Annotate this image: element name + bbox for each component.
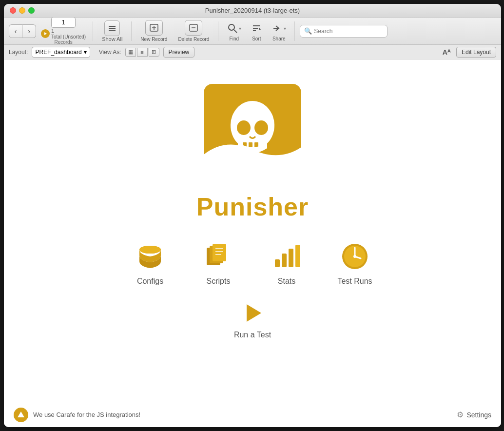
settings-icon: ⚙ (457, 410, 464, 419)
window-title: Punisher_20200914 (t3-large-ets) (205, 7, 300, 14)
run-test-label: Run a Test (234, 331, 271, 339)
scripts-icon (203, 241, 234, 272)
find-icon: ▾ (227, 20, 241, 36)
toolbar-divider-3 (218, 21, 218, 41)
view-icon-table[interactable]: ▦ (125, 48, 136, 57)
show-all-icon (104, 20, 120, 36)
preview-button[interactable]: Preview (163, 47, 195, 58)
edit-layout-label: Edit Layout (462, 49, 491, 56)
run-test-button[interactable]: Run a Test (234, 300, 271, 339)
delete-record-icon (185, 20, 202, 36)
delete-record-label: Delete Record (178, 37, 209, 42)
svg-point-22 (139, 246, 161, 254)
close-button[interactable] (10, 7, 16, 14)
svg-line-9 (234, 30, 237, 33)
svg-rect-25 (213, 244, 226, 261)
toolbar-divider-4 (294, 21, 295, 41)
carafe-text: We use Carafe for the JS integrations! (33, 411, 140, 418)
layout-label: Layout: (9, 49, 28, 56)
nav-forward-button[interactable]: › (22, 24, 36, 38)
layout-select-value: PREF_dashboard (35, 49, 81, 56)
svg-rect-29 (275, 259, 280, 267)
new-record-icon (145, 20, 163, 36)
toolbar: ‹ › 1 Total (Unsorted) Records Sh (4, 18, 501, 45)
svg-marker-38 (247, 304, 261, 322)
preview-label: Preview (169, 49, 190, 56)
search-input[interactable] (314, 28, 382, 35)
edit-layout-button[interactable]: Edit Layout (456, 47, 496, 58)
delete-record-button[interactable]: Delete Record (174, 19, 213, 43)
search-box: 🔍 (300, 25, 388, 38)
svg-rect-1 (109, 28, 116, 29)
new-record-label: New Record (140, 37, 167, 42)
find-sort-share-group: ▾ Find Sort ▾ Share (223, 20, 290, 41)
title-bar: Punisher_20200914 (t3-large-ets) (4, 4, 501, 18)
sort-icon (251, 20, 262, 36)
records-area: 1 Total (Unsorted) Records (41, 17, 86, 45)
nav-buttons: ‹ › (9, 24, 36, 38)
svg-rect-30 (282, 254, 287, 267)
configs-button[interactable]: Configs (131, 241, 170, 286)
sort-label: Sort (252, 36, 261, 41)
traffic-lights (10, 7, 35, 14)
svg-point-37 (353, 255, 356, 258)
layout-dropdown-icon: ▾ (84, 49, 87, 56)
svg-point-16 (237, 120, 251, 135)
bottom-bar: We use Carafe for the JS integrations! ⚙… (4, 402, 501, 427)
layout-bar: Layout: PREF_dashboard ▾ View As: ▦ ≡ ⊞ … (4, 45, 501, 59)
records-label: Records (54, 39, 72, 45)
test-runs-icon (339, 241, 370, 272)
svg-point-17 (254, 120, 268, 135)
minimize-button[interactable] (19, 7, 25, 14)
svg-rect-0 (109, 26, 116, 27)
toolbar-divider-1 (93, 21, 93, 41)
sort-button[interactable]: Sort (246, 20, 267, 41)
maximize-button[interactable] (28, 7, 35, 14)
settings-button[interactable]: ⚙ Settings (457, 410, 491, 419)
find-label: Find (230, 36, 239, 41)
record-indicator (41, 29, 50, 38)
toolbar-divider-2 (131, 21, 132, 41)
app-title: Punisher (196, 192, 309, 221)
nav-icons-row: Configs Scripts (131, 241, 374, 286)
svg-point-15 (231, 101, 274, 150)
layout-select[interactable]: PREF_dashboard ▾ (32, 47, 90, 58)
font-size-icon[interactable]: Aᴬ (443, 48, 450, 56)
svg-rect-2 (109, 30, 116, 31)
record-total: 1 Total (Unsorted) (51, 28, 86, 39)
share-label: Share (272, 36, 286, 41)
test-runs-label: Test Runs (337, 277, 372, 286)
carafe-logo (14, 408, 28, 422)
share-icon: ▾ (272, 20, 286, 36)
scripts-label: Scripts (207, 277, 231, 286)
configs-icon (135, 241, 166, 272)
svg-point-8 (229, 24, 234, 30)
logo-container: Punisher (196, 79, 309, 221)
svg-rect-31 (289, 249, 293, 267)
stats-icon (271, 241, 302, 272)
find-button[interactable]: ▾ Find (223, 20, 245, 41)
search-icon: 🔍 (304, 27, 312, 35)
test-runs-button[interactable]: Test Runs (335, 241, 374, 286)
settings-label: Settings (466, 411, 491, 419)
show-all-button[interactable]: Show All (98, 20, 126, 43)
view-icon-list[interactable]: ≡ (137, 48, 148, 57)
svg-rect-32 (295, 245, 300, 267)
new-record-button[interactable]: New Record (136, 19, 171, 43)
app-logo (199, 79, 306, 186)
stats-button[interactable]: Stats (267, 241, 306, 286)
view-as-label: View As: (99, 49, 121, 56)
share-button[interactable]: ▾ Share (268, 20, 290, 41)
play-icon (240, 300, 265, 326)
view-icons: ▦ ≡ ⊞ (125, 48, 159, 57)
view-icon-column[interactable]: ⊞ (149, 48, 159, 57)
main-content: Punisher Configs (4, 59, 501, 427)
show-all-label: Show All (102, 36, 122, 42)
record-number-input[interactable] (51, 17, 76, 28)
scripts-button[interactable]: Scripts (199, 241, 238, 286)
stats-label: Stats (278, 277, 295, 286)
configs-label: Configs (137, 277, 163, 286)
nav-back-button[interactable]: ‹ (9, 24, 22, 38)
